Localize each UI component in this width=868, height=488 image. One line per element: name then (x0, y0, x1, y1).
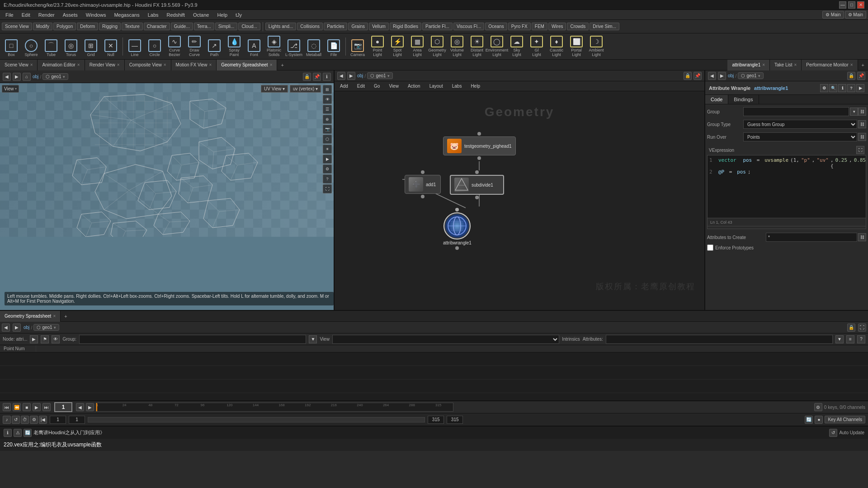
tl-end-frame[interactable] (428, 416, 444, 424)
tool-platonic[interactable]: ◈ PlatonicSolids (264, 35, 283, 58)
tab-render-view-close[interactable]: × (117, 62, 120, 67)
status-warn[interactable]: ⚠ (14, 429, 22, 437)
tab-take-list-close[interactable]: × (794, 62, 797, 67)
tab-animation-editor[interactable]: Animation Editor × (38, 60, 85, 70)
geo-eye-btn[interactable]: 👁 (52, 335, 60, 343)
menu-render[interactable]: Render (35, 11, 58, 19)
vp-display[interactable]: ☰ (323, 105, 332, 114)
vp-camera[interactable]: 📷 (323, 125, 332, 134)
toolbar-pyro[interactable]: Pyro FX (508, 23, 531, 30)
rp-pin[interactable]: 📌 (857, 72, 865, 80)
toolbar-viscous[interactable]: Viscous Fl... (453, 23, 484, 30)
vp-nav-back[interactable]: ◀ (3, 73, 11, 81)
toolbar-guide[interactable]: Guide... (171, 23, 193, 30)
tool-file[interactable]: 📄 File (324, 35, 343, 58)
tl-end-frame2[interactable] (447, 416, 463, 424)
toolbar-simpli[interactable]: Simpli... (215, 23, 238, 30)
tab-motion-fx-close[interactable]: × (209, 62, 212, 67)
vp-options[interactable]: ⚙ (323, 164, 332, 174)
ng-menu-edit[interactable]: Edit (354, 83, 368, 89)
rp-icon-help[interactable]: ? (847, 84, 855, 92)
geo-maximize[interactable]: ⛶ (858, 324, 866, 332)
ng-menu-help[interactable]: Help (467, 83, 484, 89)
toolbar-polygon[interactable]: Polygon (53, 23, 76, 30)
menu-assets[interactable]: Assets (59, 11, 81, 19)
tool-gl-light[interactable]: ✦ GlLight (527, 35, 546, 58)
ng-menu-layout[interactable]: Layout (426, 83, 447, 89)
geo-view-select[interactable] (332, 335, 559, 344)
ng-nav-fwd[interactable]: ▶ (347, 72, 355, 80)
rp-icon-info[interactable]: ℹ (838, 84, 846, 92)
auto-update-toggle[interactable]: ↺ (829, 429, 837, 437)
nav-obj[interactable]: obj (33, 74, 38, 79)
tool-draw-curve[interactable]: ✏ DrawCurve (185, 35, 204, 58)
vp-help[interactable]: ? (323, 174, 332, 183)
tab-add-button[interactable]: + (277, 61, 287, 69)
vp-perspective[interactable]: ⬡ (323, 135, 332, 144)
tab-add-geo[interactable]: + (61, 312, 71, 320)
geo-nav-obj[interactable]: obj (24, 325, 29, 330)
rp-nav-obj[interactable]: obj (728, 73, 734, 78)
vex-scrollbar[interactable] (707, 226, 866, 229)
toolbar-collisions[interactable]: Collisions (297, 23, 323, 30)
tab-geo-spreadsheet-close[interactable]: × (270, 62, 273, 67)
node-testgeometry[interactable]: 🐷 testgeometry_pighead1 (443, 132, 516, 160)
tl-end[interactable]: ⏭ (42, 403, 51, 411)
menu-megascans[interactable]: Megascans (110, 11, 143, 19)
vp-fullscreen[interactable]: ⛶ (323, 184, 332, 193)
ng-nav-obj[interactable]: obj (357, 73, 363, 78)
tool-area-light[interactable]: ▦ AreaLight (408, 35, 427, 58)
tool-box[interactable]: □ Box (2, 35, 21, 58)
vp-home[interactable]: ⌂ (23, 73, 31, 81)
close-button[interactable]: ✕ (857, 1, 864, 9)
geo-group-input[interactable] (79, 335, 306, 344)
vp-eye[interactable]: 👁 (323, 95, 332, 104)
tab-composite-view-close[interactable]: × (164, 62, 166, 67)
group-type-btn[interactable]: ⛓ (858, 120, 866, 128)
tab-attribwrangle[interactable]: attribwrangle1 × (727, 60, 770, 70)
menu-windows[interactable]: Windows (82, 11, 110, 19)
geo-col-pointnum[interactable]: Point Num (0, 345, 36, 352)
attrs-input[interactable] (606, 335, 833, 344)
vp-maximize[interactable]: ⊞ (323, 85, 332, 94)
toolbar-scene-view[interactable]: Scene View (2, 23, 32, 30)
tl-sync[interactable]: 🔄 (805, 416, 813, 424)
geo-flag-btn[interactable]: ⚑ (41, 335, 49, 343)
vex-editor[interactable]: 1 vector pos = uvsample (1, "p" , "uv" ,… (707, 155, 866, 218)
node-box-add[interactable]: ➕ add1 (405, 175, 441, 194)
uv-vertex-dropdown[interactable]: uv (vertex) ▾ (290, 85, 321, 93)
tool-torus[interactable]: ◎ Torus (61, 35, 80, 58)
status-icon[interactable]: ℹ (4, 429, 12, 437)
vp-light[interactable]: ☀ (323, 145, 332, 154)
toolbar-fem[interactable]: FEM (532, 23, 547, 30)
workspace-main[interactable]: ⚙ Main (822, 11, 844, 19)
tab-take-list[interactable]: Take List × (770, 60, 802, 70)
vp-render[interactable]: ▶ (323, 155, 332, 164)
tool-point-light[interactable]: ● PointLight (368, 35, 387, 58)
rp-lock[interactable]: 🔒 (847, 72, 855, 80)
rp-icon-search[interactable]: 🔍 (829, 84, 837, 92)
enforce-checkbox[interactable] (707, 244, 713, 251)
tl-realtime[interactable]: ⏱ (21, 416, 29, 424)
ng-menu-view[interactable]: View (385, 83, 402, 89)
tl-play[interactable]: ▶ (33, 403, 41, 411)
tab-render-view[interactable]: Render View × (85, 60, 125, 70)
group-dropdown-btn[interactable]: ▾ (850, 108, 858, 116)
toolbar-texture[interactable]: Texture (122, 23, 143, 30)
ng-pin[interactable]: 📌 (693, 72, 702, 80)
node-attribwrangle[interactable]: attribwrangle1 (443, 208, 472, 250)
group-input[interactable] (743, 107, 849, 116)
tool-volume-light[interactable]: ◎ VolumeLight (448, 35, 467, 58)
attrs-create-input[interactable] (766, 233, 857, 242)
nav-geo-dropdown[interactable]: ⬡ geo1 ▾ (42, 73, 68, 80)
status-refresh[interactable]: 🔄 (24, 429, 32, 437)
rp-nav-back[interactable]: ◀ (708, 72, 716, 80)
rp-nav-fwd[interactable]: ▶ (718, 72, 726, 80)
tl-start-frame[interactable] (50, 416, 66, 424)
ng-menu-add[interactable]: Add (336, 83, 352, 89)
toolbar-oceans[interactable]: Oceans (485, 23, 507, 30)
run-over-select[interactable]: Points Primitives Vertices Detail (only … (743, 132, 857, 141)
ng-nav-geo-dropdown[interactable]: ⬡ geo1 ▾ (367, 72, 392, 79)
tool-portal-light[interactable]: ⬜ PortalLight (567, 35, 586, 58)
tool-env-light[interactable]: ◯ EnvironmentLight (487, 35, 506, 58)
